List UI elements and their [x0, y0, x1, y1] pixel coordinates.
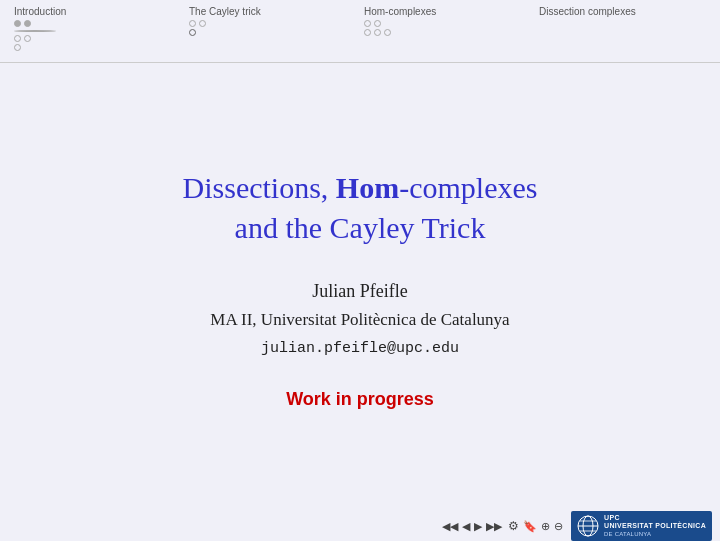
nav-label-dissection: Dissection complexes: [539, 6, 636, 17]
nav-dot: [384, 29, 391, 36]
nav-last-button[interactable]: ▶▶: [486, 520, 502, 533]
title-line2: and the Cayley Trick: [235, 211, 486, 244]
nav-zoom-in-button[interactable]: ⊕: [541, 520, 550, 533]
nav-dot: [364, 20, 371, 27]
nav-section-dissection: Dissection complexes: [535, 6, 710, 51]
nav-controls[interactable]: ◀◀ ◀ ▶ ▶▶ ⚙ 🔖 ⊕ ⊖: [442, 519, 563, 534]
nav-bookmark-button[interactable]: 🔖: [523, 520, 537, 533]
upc-globe-icon: [577, 515, 599, 537]
nav-label-cayley: The Cayley trick: [189, 6, 261, 17]
upc-line1: UNIVERSITAT POLITÈCNICA: [604, 522, 706, 530]
nav-next-button[interactable]: ▶: [474, 520, 482, 533]
upc-line2: DE CATALUNYA: [604, 531, 651, 538]
nav-dot: [14, 44, 21, 51]
title-part1: Dissections,: [183, 171, 336, 204]
nav-settings-button[interactable]: ⚙: [508, 519, 519, 534]
nav-section-hom: Hom-complexes: [360, 6, 535, 51]
nav-dot: [374, 29, 381, 36]
bottom-bar: ◀◀ ◀ ▶ ▶▶ ⚙ 🔖 ⊕ ⊖ UPC UNIVERSITAT POLITÈ…: [0, 511, 720, 541]
nav-section-cayley: The Cayley trick: [185, 6, 360, 51]
upc-text: UPC UNIVERSITAT POLITÈCNICA DE CATALUNYA: [604, 514, 706, 538]
nav-dot-active: [189, 29, 196, 36]
slide-content: Dissections, Hom-complexes and the Cayle…: [0, 66, 720, 511]
nav-dots-introduction: [14, 20, 56, 42]
author-name: Julian Pfeifle: [312, 281, 407, 302]
work-in-progress-label: Work in progress: [286, 389, 434, 410]
nav-dots-cayley: [189, 20, 206, 27]
nav-label-hom: Hom-complexes: [364, 6, 436, 17]
nav-dots-hom: [364, 20, 381, 27]
nav-first-button[interactable]: ◀◀: [442, 520, 458, 533]
nav-bar: Introduction The Cayley trick Hom-comple…: [0, 0, 720, 55]
title-part2: -complexes: [399, 171, 537, 204]
nav-dot: [364, 29, 371, 36]
nav-dot: [14, 20, 21, 27]
slide-title: Dissections, Hom-complexes and the Cayle…: [183, 168, 538, 249]
nav-section-introduction: Introduction: [10, 6, 185, 51]
nav-dot: [24, 20, 31, 27]
author-email: julian.pfeifle@upc.edu: [261, 340, 459, 357]
nav-label-introduction: Introduction: [14, 6, 66, 17]
title-hom: Hom: [336, 171, 399, 204]
nav-dot: [14, 35, 21, 42]
nav-divider: [0, 62, 720, 63]
nav-zoom-out-button[interactable]: ⊖: [554, 520, 563, 533]
nav-dot: [199, 20, 206, 27]
nav-dot: [374, 20, 381, 27]
author-affiliation: MA II, Universitat Politècnica de Catalu…: [210, 310, 509, 330]
nav-dots-hom-2: [364, 29, 391, 36]
nav-dot: [24, 35, 31, 42]
nav-dot: [189, 20, 196, 27]
nav-prev-button[interactable]: ◀: [462, 520, 470, 533]
upc-logo: UPC UNIVERSITAT POLITÈCNICA DE CATALUNYA: [571, 511, 712, 541]
